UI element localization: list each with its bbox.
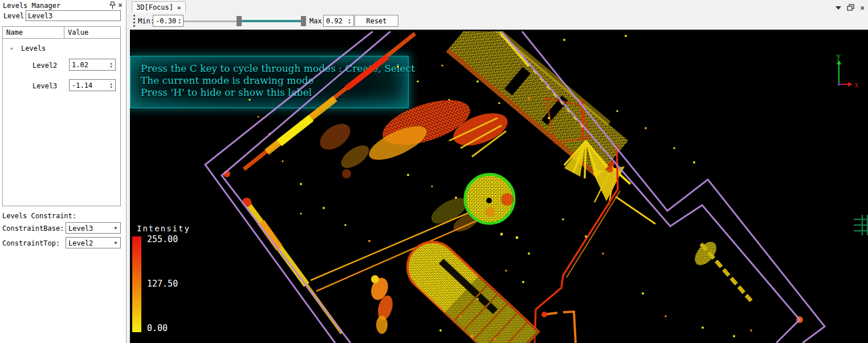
close-window-icon[interactable]: ✕	[860, 3, 865, 12]
spin-down-icon[interactable]: ▼	[348, 21, 351, 24]
red-interior-wall	[535, 145, 620, 343]
panel-close-icon[interactable]: ✕	[118, 1, 123, 9]
staircase-point-cloud	[397, 232, 541, 343]
intensity-toolbar: Min: -0.30 ▲ ▼ Max: 0.92 ▲ ▼	[130, 13, 868, 30]
level2-row-label: Level2	[32, 62, 57, 70]
z-axis-origin-dot	[838, 83, 840, 85]
level2-value[interactable]: 1.02	[70, 59, 107, 70]
toolbar-grip-handle[interactable]	[133, 15, 135, 27]
tab-close-icon[interactable]: ✕	[177, 4, 181, 11]
slider-min-handle[interactable]	[237, 16, 242, 26]
hud-line-2: The current mode is drawing mode	[141, 75, 408, 87]
column-header-value: Value	[64, 27, 120, 38]
pin-icon[interactable]	[109, 1, 117, 10]
tab-list-dropdown-icon[interactable]	[836, 6, 841, 10]
right-boundary-wall	[500, 31, 803, 323]
combo-arrow-icon[interactable]: ▼	[111, 223, 120, 233]
hud-line-1: Press the C key to cycle through modes :…	[141, 63, 408, 75]
main-area: 3D[Focus]✕ ✕ Min: -0.30 ▲ ▼	[130, 0, 868, 343]
grid-cursor-icon	[854, 215, 868, 235]
room-and-fans-point-cloud	[546, 98, 655, 224]
hud-line-3: Press 'H' to hide or show this label	[141, 87, 408, 99]
levels-constraint-label: Levels Constraint:	[2, 212, 76, 220]
spin-down-icon[interactable]: ▼	[178, 21, 181, 24]
reset-button[interactable]: Reset	[354, 15, 398, 27]
levels-manager-panel: Levels Manager ✕ Level: Name Value ⌄ Lev…	[0, 0, 127, 343]
level2-value-spinbox[interactable]: 1.02 ▲ ▼	[69, 59, 116, 71]
chevron-down-icon[interactable]: ⌄	[10, 43, 14, 51]
cluster-left-of-staircase	[368, 275, 395, 334]
tab-label: 3D[Focus]	[136, 3, 173, 11]
constraint-base-label: ConstraintBase:	[2, 224, 64, 232]
level-name-input[interactable]	[26, 10, 121, 21]
levels-group-label: Levels	[21, 44, 46, 52]
combo-arrow-icon[interactable]: ▼	[111, 238, 120, 248]
x-axis-label: x	[855, 81, 859, 89]
level3-value[interactable]: -1.14	[70, 80, 107, 91]
tab-bar: 3D[Focus]✕ ✕	[130, 0, 868, 13]
constraint-top-value: Level2	[66, 238, 111, 248]
intensity-range-slider[interactable]	[184, 16, 306, 26]
3d-viewport-canvas[interactable]: Press the C key to cycle through modes :…	[130, 31, 868, 343]
interior-scatter-patches	[315, 119, 482, 235]
tab-3d-focus[interactable]: 3D[Focus]✕	[132, 1, 186, 13]
min-spinbox[interactable]: -0.30 ▲ ▼	[153, 15, 184, 27]
slider-selected-range[interactable]	[241, 20, 302, 22]
level-label: Level:	[3, 12, 28, 20]
column-header-name: Name	[3, 27, 64, 38]
slider-track[interactable]	[184, 21, 238, 22]
table-header: Name Value	[3, 27, 120, 39]
constraint-base-value: Level3	[66, 223, 111, 233]
axis-orientation-gizmo: y x	[820, 53, 865, 93]
constraint-top-label: ConstraintTop:	[2, 239, 60, 247]
bottom-right-wall	[541, 312, 576, 343]
wing-point-cloud	[446, 31, 630, 178]
level3-row-label: Level3	[32, 82, 57, 90]
legend-title: Intensity	[137, 224, 199, 233]
max-value[interactable]: 0.92	[324, 15, 345, 26]
max-spinbox[interactable]: 0.92 ▲ ▼	[323, 15, 354, 27]
legend-tick-max: 255.00	[147, 234, 178, 244]
spin-down-icon[interactable]: ▼	[110, 85, 112, 89]
spin-down-icon[interactable]: ▼	[110, 65, 112, 68]
legend-tick-min: 0.00	[147, 323, 168, 333]
min-value[interactable]: -0.30	[153, 15, 176, 26]
mode-hint-hud: Press the C key to cycle through modes :…	[130, 56, 409, 108]
levels-group-row[interactable]: ⌄ Levels	[3, 43, 120, 53]
y-axis-label: y	[836, 53, 841, 60]
constraint-top-combobox[interactable]: Level2 ▼	[66, 237, 121, 248]
bottomleft-wall-point-cloud	[242, 198, 342, 333]
legend-gradient-bar	[132, 236, 141, 332]
panel-title: Levels Manager	[3, 2, 60, 10]
restore-window-icon[interactable]	[847, 2, 854, 13]
constraint-base-combobox[interactable]: Level3 ▼	[66, 222, 121, 234]
selection-circle-annotation[interactable]	[465, 174, 514, 223]
legend-tick-mid: 127.50	[147, 279, 178, 289]
levels-property-table: Name Value ⌄ Levels Level2 1.02 ▲ ▼ Leve…	[2, 26, 121, 206]
min-label: Min:	[138, 17, 154, 25]
application-window: Levels Manager ✕ Level: Name Value ⌄ Lev…	[0, 0, 868, 343]
slider-max-handle[interactable]	[301, 16, 306, 26]
intensity-legend: Intensity 255.00 127.50 0.00	[131, 224, 199, 334]
level3-value-spinbox[interactable]: -1.14 ▲ ▼	[69, 79, 116, 91]
